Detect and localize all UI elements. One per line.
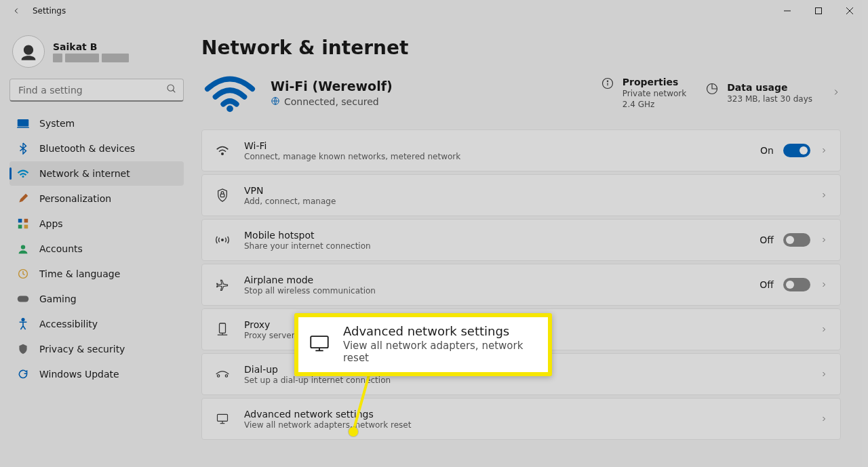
svg-rect-10 bbox=[18, 219, 22, 223]
proxy-icon bbox=[214, 321, 231, 338]
callout: Advanced network settings View all netwo… bbox=[294, 313, 552, 376]
apps-icon bbox=[16, 217, 30, 230]
row-title: Airplane mode bbox=[244, 275, 760, 285]
sidebar-item-label: Bluetooth & devices bbox=[39, 143, 135, 154]
row-subtitle: View all network adapters, network reset bbox=[244, 420, 820, 430]
search-input[interactable] bbox=[9, 79, 184, 102]
toggle[interactable] bbox=[783, 144, 810, 157]
search-icon bbox=[166, 83, 177, 97]
sidebar-item-label: Personalization bbox=[39, 193, 111, 204]
close-button[interactable] bbox=[834, 0, 865, 22]
network-status: Wi-Fi (Werewolf) Connected, secured Prop… bbox=[201, 71, 841, 115]
network-state: Connected, secured bbox=[284, 96, 379, 107]
svg-rect-13 bbox=[24, 225, 28, 229]
toggle-label: On bbox=[760, 145, 774, 156]
account-header[interactable]: Saikat B bbox=[9, 30, 184, 76]
data-usage-icon bbox=[705, 82, 719, 98]
sidebar-item-bluetooth-devices[interactable]: Bluetooth & devices bbox=[9, 136, 184, 161]
accounts-icon bbox=[16, 242, 30, 256]
svg-point-31 bbox=[225, 375, 227, 377]
network-ssid: Wi-Fi (Werewolf) bbox=[271, 79, 393, 94]
dialup-icon bbox=[214, 366, 231, 382]
main-content: Network & internet Wi-Fi (Werewolf) Conn… bbox=[193, 22, 868, 467]
chevron-right-icon bbox=[820, 323, 828, 336]
time-language-icon bbox=[16, 267, 30, 281]
chevron-right-icon bbox=[820, 234, 828, 247]
row-vpn[interactable]: VPNAdd, connect, manage bbox=[201, 174, 841, 216]
bluetooth-icon bbox=[16, 142, 30, 155]
toggle-label: Off bbox=[760, 235, 774, 245]
row-subtitle: Stop all wireless communication bbox=[244, 286, 760, 296]
chevron-right-icon bbox=[820, 368, 828, 381]
row-subtitle: Set up a dial-up internet connection bbox=[244, 375, 820, 385]
row-subtitle: Connect, manage known networks, metered … bbox=[244, 152, 760, 161]
row-wi-fi[interactable]: Wi-FiConnect, manage known networks, met… bbox=[201, 129, 841, 171]
sidebar-item-network-internet[interactable]: Network & internet bbox=[9, 161, 184, 186]
properties-title: Properties bbox=[623, 77, 686, 87]
back-button[interactable] bbox=[3, 0, 30, 22]
row-airplane-mode[interactable]: Airplane modeStop all wireless communica… bbox=[201, 264, 841, 306]
svg-rect-32 bbox=[218, 414, 228, 421]
sidebar-item-label: Accounts bbox=[39, 243, 83, 254]
sidebar-item-personalization[interactable]: Personalization bbox=[9, 186, 184, 211]
window-title: Settings bbox=[33, 6, 66, 16]
svg-point-26 bbox=[222, 239, 224, 241]
airplane-icon bbox=[214, 277, 231, 293]
settings-list: Wi-FiConnect, manage known networks, met… bbox=[201, 129, 841, 440]
minimize-button[interactable] bbox=[772, 0, 803, 22]
sidebar-item-system[interactable]: System bbox=[9, 111, 184, 136]
nav: SystemBluetooth & devicesNetwork & inter… bbox=[9, 111, 184, 386]
title-bar: Settings bbox=[0, 0, 868, 22]
properties-card[interactable]: Properties Private network 2.4 GHz bbox=[601, 77, 686, 109]
search-box[interactable] bbox=[9, 79, 184, 102]
sidebar-item-privacy-security[interactable]: Privacy & security bbox=[9, 337, 184, 361]
sidebar-item-label: Time & language bbox=[39, 268, 120, 279]
row-mobile-hotspot[interactable]: Mobile hotspotShare your internet connec… bbox=[201, 219, 841, 261]
account-meta bbox=[53, 54, 129, 62]
properties-line2: 2.4 GHz bbox=[623, 100, 686, 109]
svg-rect-27 bbox=[220, 323, 226, 333]
svg-rect-36 bbox=[311, 336, 328, 348]
row-title: VPN bbox=[244, 185, 820, 196]
sidebar-item-accessibility[interactable]: Accessibility bbox=[9, 312, 184, 336]
info-icon bbox=[601, 77, 614, 93]
sidebar-item-windows-update[interactable]: Windows Update bbox=[9, 362, 184, 386]
chevron-right-icon bbox=[820, 413, 828, 426]
toggle[interactable] bbox=[783, 278, 810, 291]
maximize-button[interactable] bbox=[803, 0, 834, 22]
usage-card[interactable]: Data usage 323 MB, last 30 days bbox=[705, 82, 812, 104]
page-title: Network & internet bbox=[201, 37, 841, 59]
sidebar: Saikat B SystemBluetooth & devicesNetwor… bbox=[0, 22, 193, 467]
network-state-line: Connected, secured bbox=[271, 96, 393, 108]
wifi-large-icon bbox=[201, 71, 258, 115]
sidebar-item-label: Apps bbox=[39, 218, 63, 229]
windows-update-icon bbox=[16, 367, 30, 381]
svg-point-24 bbox=[222, 153, 224, 155]
svg-point-14 bbox=[21, 245, 25, 249]
sidebar-item-gaming[interactable]: Gaming bbox=[9, 287, 184, 311]
chevron-right-icon[interactable] bbox=[831, 87, 841, 100]
sidebar-item-label: Accessibility bbox=[39, 319, 98, 329]
row-advanced-network-settings[interactable]: Advanced network settingsView all networ… bbox=[201, 398, 841, 440]
sidebar-item-apps[interactable]: Apps bbox=[9, 211, 184, 236]
svg-rect-16 bbox=[18, 296, 29, 302]
toggle[interactable] bbox=[783, 233, 810, 247]
properties-line1: Private network bbox=[623, 89, 686, 98]
monitor-icon bbox=[214, 411, 231, 427]
toggle-label: Off bbox=[760, 279, 774, 290]
sidebar-item-label: Privacy & security bbox=[39, 344, 125, 354]
avatar bbox=[12, 35, 45, 68]
sidebar-item-time-language[interactable]: Time & language bbox=[9, 262, 184, 286]
sidebar-item-label: System bbox=[39, 118, 75, 129]
sidebar-item-accounts[interactable]: Accounts bbox=[9, 237, 184, 261]
accessibility-icon bbox=[16, 317, 30, 331]
svg-point-5 bbox=[167, 85, 174, 91]
svg-rect-12 bbox=[18, 225, 22, 229]
chevron-right-icon bbox=[820, 144, 828, 157]
callout-sub: View all network adapters, network reset bbox=[343, 340, 538, 364]
svg-point-30 bbox=[217, 375, 219, 377]
network-icon bbox=[16, 167, 30, 180]
wifi-icon bbox=[214, 142, 231, 159]
svg-line-6 bbox=[173, 90, 175, 92]
svg-rect-7 bbox=[18, 119, 29, 127]
